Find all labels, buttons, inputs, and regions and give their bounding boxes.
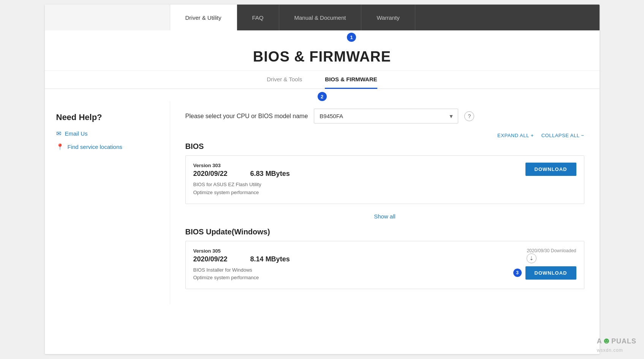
bios-update-card-1-header: Version 305 2020/09/22 8.14 MBytes BIOS … <box>193 248 576 282</box>
find-service-link[interactable]: 📍 Find service locations <box>56 143 158 150</box>
sub-tab-driver-tools[interactable]: Driver & Tools <box>267 71 302 89</box>
find-service-label: Find service locations <box>68 144 122 150</box>
bios-card-date: 2020/09/22 <box>193 170 228 178</box>
bios-update-desc-line1: BIOS Installer for Windows <box>193 266 498 274</box>
top-nav: Driver & Utility FAQ Manual & Document W… <box>45 5 600 30</box>
bios-download-button[interactable]: DOWNLOAD <box>525 163 576 176</box>
bios-update-card-description: BIOS Installer for Windows Optimize syst… <box>193 266 498 282</box>
bios-update-version-label: Version 305 <box>193 248 498 254</box>
collapse-all-label: COLLAPSE ALL <box>541 133 580 138</box>
tab-driver-utility[interactable]: Driver & Utility <box>170 5 237 30</box>
bios-desc-line2: Optimize system performance <box>193 189 510 197</box>
collapse-all-button[interactable]: COLLAPSE ALL − <box>541 133 584 138</box>
badge-2: 2 <box>318 92 327 101</box>
badge2-row: 2 <box>45 89 600 101</box>
tab-faq-label: FAQ <box>252 14 264 21</box>
bios-update-card-1: Version 305 2020/09/22 8.14 MBytes BIOS … <box>185 241 584 289</box>
bios-section-title: BIOS <box>185 142 584 151</box>
badge1-row: 1 <box>45 30 600 42</box>
expand-all-button[interactable]: EXPAND ALL + <box>497 133 534 138</box>
download-circle-icon[interactable]: ⇣ <box>527 253 536 263</box>
tab-warranty[interactable]: Warranty <box>361 5 415 30</box>
left-sidebar: Need Help? ✉ Email Us 📍 Find service loc… <box>45 101 170 304</box>
tab-manual-document[interactable]: Manual & Document <box>279 5 362 30</box>
bios-card-size: 6.83 MBytes <box>250 170 290 178</box>
downloaded-info: 2020/09/30 Downloaded ⇣ <box>527 248 576 263</box>
tab-faq[interactable]: FAQ <box>237 5 279 30</box>
bios-update-desc-line2: Optimize system performance <box>193 274 498 282</box>
nav-tabs: Driver & Utility FAQ Manual & Document W… <box>170 5 600 30</box>
sub-tabs: Driver & Tools BIOS & FIRMWARE <box>45 71 600 89</box>
expand-collapse-row: EXPAND ALL + COLLAPSE ALL − <box>185 133 584 138</box>
bios-section: BIOS Version 303 2020/09/22 6.83 MBytes <box>185 142 584 228</box>
content-area: Need Help? ✉ Email Us 📍 Find service loc… <box>45 101 600 304</box>
watermark: A☻PUALS wsxdn.com <box>597 336 636 354</box>
help-icon[interactable]: ? <box>464 111 474 121</box>
bios-update-card-left: Version 305 2020/09/22 8.14 MBytes BIOS … <box>193 248 498 282</box>
outer-wrapper: Driver & Utility FAQ Manual & Document W… <box>0 0 644 359</box>
bios-update-card-date: 2020/09/22 <box>193 255 228 263</box>
page-title: BIOS & FIRMWARE <box>45 49 600 65</box>
bios-show-all-row: Show all <box>185 208 584 228</box>
expand-all-label: EXPAND ALL <box>497 133 529 138</box>
bios-card-description: BIOS for ASUS EZ Flash Utility Optimize … <box>193 181 510 197</box>
bios-update-card-size: 8.14 MBytes <box>250 255 290 263</box>
tab-manual-document-label: Manual & Document <box>294 14 346 21</box>
bios-update-windows-section: BIOS Update(Windows) Version 305 2020/09… <box>185 228 584 289</box>
page-title-section: BIOS & FIRMWARE <box>45 42 600 71</box>
collapse-icon: − <box>581 133 584 138</box>
email-us-link[interactable]: ✉ Email Us <box>56 130 158 137</box>
bios-show-all-link[interactable]: Show all <box>374 213 396 220</box>
downloaded-text: 2020/09/30 Downloaded <box>527 248 576 253</box>
site-label: wsxdn.com <box>597 348 623 353</box>
cpu-select-row: Please select your CPU or BIOS model nam… <box>185 109 584 123</box>
bios-update-card-right: 2020/09/30 Downloaded ⇣ 3 DOWNLOAD <box>513 248 576 280</box>
tab-driver-utility-label: Driver & Utility <box>185 14 222 21</box>
cpu-select-dropdown[interactable]: B9450FA B9440UA B9440FA <box>314 109 458 123</box>
email-us-label: Email Us <box>65 130 88 137</box>
location-icon: 📍 <box>56 143 64 150</box>
bios-card-1-right: DOWNLOAD <box>525 163 576 176</box>
bios-update-section-title: BIOS Update(Windows) <box>185 228 584 236</box>
expand-icon: + <box>531 133 534 138</box>
bios-card-1-header: Version 303 2020/09/22 6.83 MBytes BIOS … <box>193 163 576 197</box>
bios-update-date-size-row: 2020/09/22 8.14 MBytes <box>193 255 498 263</box>
bios-update-download-button[interactable]: DOWNLOAD <box>525 266 576 280</box>
left-panel-spacer <box>45 5 170 30</box>
bios-date-size-row: 2020/09/22 6.83 MBytes <box>193 170 510 178</box>
bios-desc-line1: BIOS for ASUS EZ Flash Utility <box>193 181 510 189</box>
right-main: Please select your CPU or BIOS model nam… <box>170 101 600 304</box>
cpu-select-label: Please select your CPU or BIOS model nam… <box>185 113 308 120</box>
cpu-select-wrapper: B9450FA B9440UA B9440FA ▼ <box>314 109 458 123</box>
need-help-title: Need Help? <box>56 112 158 122</box>
badge-3: 3 <box>513 269 522 277</box>
bios-card-1-left: Version 303 2020/09/22 6.83 MBytes BIOS … <box>193 163 510 197</box>
tab-warranty-label: Warranty <box>377 14 399 21</box>
bios-version-label: Version 303 <box>193 163 510 168</box>
bios-card-1: Version 303 2020/09/22 6.83 MBytes BIOS … <box>185 155 584 204</box>
main-container: Driver & Utility FAQ Manual & Document W… <box>45 5 600 354</box>
bios-update-card-right-bottom: 3 DOWNLOAD <box>513 266 576 280</box>
envelope-icon: ✉ <box>56 130 61 137</box>
badge-1: 1 <box>347 33 356 42</box>
sub-tab-bios-firmware[interactable]: BIOS & FIRMWARE <box>325 71 377 89</box>
